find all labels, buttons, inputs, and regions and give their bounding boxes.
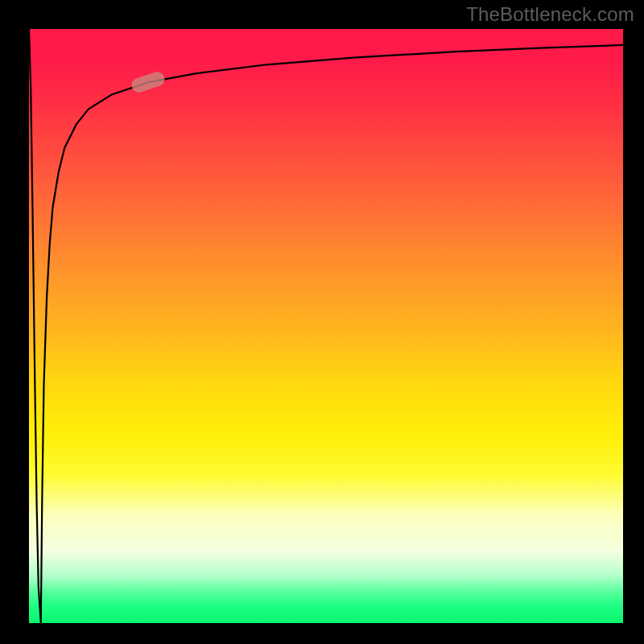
- plot-area: [29, 29, 623, 623]
- chart-frame: TheBottleneck.com: [0, 0, 644, 644]
- bottleneck-curve: [29, 29, 623, 623]
- watermark-label: TheBottleneck.com: [466, 3, 634, 26]
- curve-layer: [29, 29, 623, 623]
